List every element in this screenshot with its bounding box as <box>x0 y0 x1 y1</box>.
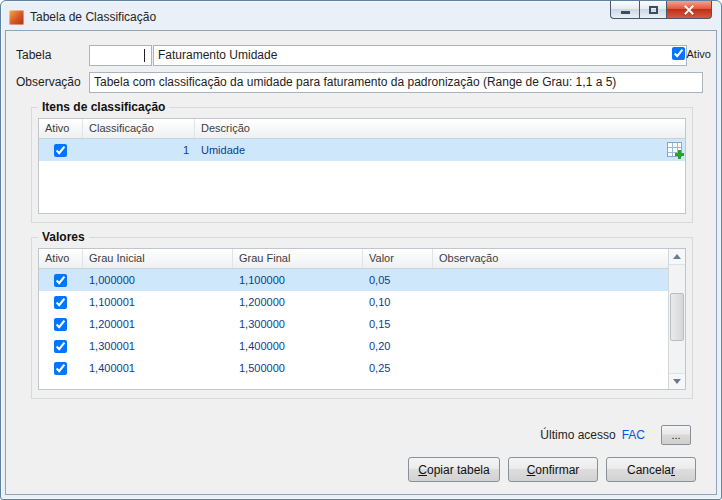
valores-col-ativo[interactable]: Ativo <box>39 249 83 268</box>
valores-row-ativo-checkbox[interactable] <box>54 362 67 375</box>
tabela-name-input[interactable]: Faturamento Umidade <box>153 45 687 66</box>
restore-button[interactable] <box>639 1 666 19</box>
tabela-code-input[interactable] <box>89 45 152 66</box>
valores-row-grau-final-cell: 1,200000 <box>233 296 363 308</box>
itens-col-classificacao[interactable]: Classificação <box>83 119 195 138</box>
itens-group-title: Itens de classificação <box>38 100 169 114</box>
ativo-checkbox[interactable] <box>672 47 685 60</box>
valores-row-ativo-cell <box>39 340 83 353</box>
arrow-down-icon <box>673 379 681 384</box>
ativo-checkbox-field[interactable]: Ativo <box>672 47 711 60</box>
copiar-tabela-button[interactable]: Copiar tabela <box>408 457 500 482</box>
app-icon <box>9 10 24 25</box>
dialog-buttons: Copiar tabela Confirmar Cancelar <box>408 457 696 482</box>
itens-col-descricao[interactable]: Descrição <box>195 119 685 138</box>
browse-button[interactable]: ... <box>661 425 691 445</box>
valores-row-ativo-checkbox[interactable] <box>54 318 67 331</box>
valores-row-ativo-cell <box>39 362 83 375</box>
valores-row-grau-inicial-cell: 1,400001 <box>83 362 233 374</box>
itens-groupbox: Itens de classificação Ativo Classificaç… <box>31 107 693 223</box>
valores-row-ativo-checkbox[interactable] <box>54 296 67 309</box>
dialog-window: Tabela de Classificação Tabela Faturamen… <box>0 0 722 500</box>
itens-row[interactable]: 1 Umidade <box>39 139 685 161</box>
arrow-up-icon <box>673 254 681 259</box>
valores-row[interactable]: 1,300001 1,400000 0,20 <box>39 335 668 357</box>
minimize-icon <box>621 11 630 14</box>
itens-grid: Ativo Classificação Descrição 1 Umidade <box>38 118 686 214</box>
dialog-body: Tabela Faturamento Umidade Ativo Observa… <box>5 30 717 495</box>
itens-grid-header: Ativo Classificação Descrição <box>39 119 685 139</box>
text-caret <box>144 49 145 62</box>
valores-group-title: Valores <box>38 230 89 244</box>
scroll-down-button[interactable] <box>669 373 685 389</box>
valores-row-grau-inicial-cell: 1,000000 <box>83 274 233 286</box>
valores-groupbox: Valores Ativo Grau Inicial Grau Final Va… <box>31 237 693 399</box>
valores-col-grau-inicial[interactable]: Grau Inicial <box>83 249 233 268</box>
window-title: Tabela de Classificação <box>30 10 156 24</box>
valores-row-grau-inicial-cell: 1,200001 <box>83 318 233 330</box>
itens-col-ativo[interactable]: Ativo <box>39 119 83 138</box>
valores-row-grau-inicial-cell: 1,100001 <box>83 296 233 308</box>
valores-row[interactable]: 1,400001 1,500000 0,25 <box>39 357 668 379</box>
tabela-label: Tabela <box>16 45 51 66</box>
close-button[interactable] <box>666 1 712 19</box>
cancelar-button[interactable]: Cancelar <box>606 457 696 482</box>
valores-row-ativo-cell <box>39 318 83 331</box>
valores-col-grau-final[interactable]: Grau Final <box>233 249 363 268</box>
valores-row-grau-final-cell: 1,400000 <box>233 340 363 352</box>
valores-scrollbar[interactable] <box>668 249 685 389</box>
valores-row-ativo-checkbox[interactable] <box>54 340 67 353</box>
confirmar-button[interactable]: Confirmar <box>508 457 598 482</box>
valores-row-grau-final-cell: 1,300000 <box>233 318 363 330</box>
valores-row[interactable]: 1,200001 1,300000 0,15 <box>39 313 668 335</box>
itens-row-descricao-cell: Umidade <box>195 144 685 156</box>
observacao-input[interactable]: Tabela com classificação da umidade para… <box>89 72 703 93</box>
itens-row-ativo-checkbox[interactable] <box>54 144 67 157</box>
valores-row[interactable]: 1,100001 1,200000 0,10 <box>39 291 668 313</box>
valores-row-ativo-cell <box>39 296 83 309</box>
valores-row-grau-inicial-cell: 1,300001 <box>83 340 233 352</box>
valores-row-valor-cell: 0,15 <box>363 318 433 330</box>
valores-row-ativo-cell <box>39 274 83 287</box>
valores-row-valor-cell: 0,10 <box>363 296 433 308</box>
observacao-label: Observação <box>16 72 81 93</box>
ultimo-acesso-label: Último acesso <box>540 428 615 442</box>
add-item-icon[interactable] <box>667 142 682 157</box>
valores-row-valor-cell: 0,25 <box>363 362 433 374</box>
scrollbar-thumb[interactable] <box>670 293 684 341</box>
plus-icon <box>675 150 684 159</box>
valores-row-ativo-checkbox[interactable] <box>54 274 67 287</box>
restore-icon <box>649 6 658 14</box>
valores-row-valor-cell: 0,05 <box>363 274 433 286</box>
ativo-checkbox-label: Ativo <box>687 48 711 60</box>
minimize-button[interactable] <box>610 1 639 19</box>
itens-row-ativo-cell <box>39 144 83 157</box>
valores-row-grau-final-cell: 1,100000 <box>233 274 363 286</box>
valores-row-grau-final-cell: 1,500000 <box>233 362 363 374</box>
window-controls <box>610 1 712 19</box>
valores-grid-header: Ativo Grau Inicial Grau Final Valor Obse… <box>39 249 668 269</box>
scroll-up-button[interactable] <box>669 249 685 265</box>
valores-grid: Ativo Grau Inicial Grau Final Valor Obse… <box>38 248 686 390</box>
valores-col-valor[interactable]: Valor <box>363 249 433 268</box>
close-icon <box>684 5 694 15</box>
valores-row-valor-cell: 0,20 <box>363 340 433 352</box>
ultimo-acesso-value: FAC <box>622 428 645 442</box>
ultimo-acesso-row: Último acesso FAC ... <box>540 425 691 445</box>
valores-row[interactable]: 1,000000 1,100000 0,05 <box>39 269 668 291</box>
valores-col-observacao[interactable]: Observação <box>433 249 668 268</box>
itens-row-classificacao-cell: 1 <box>83 144 195 156</box>
